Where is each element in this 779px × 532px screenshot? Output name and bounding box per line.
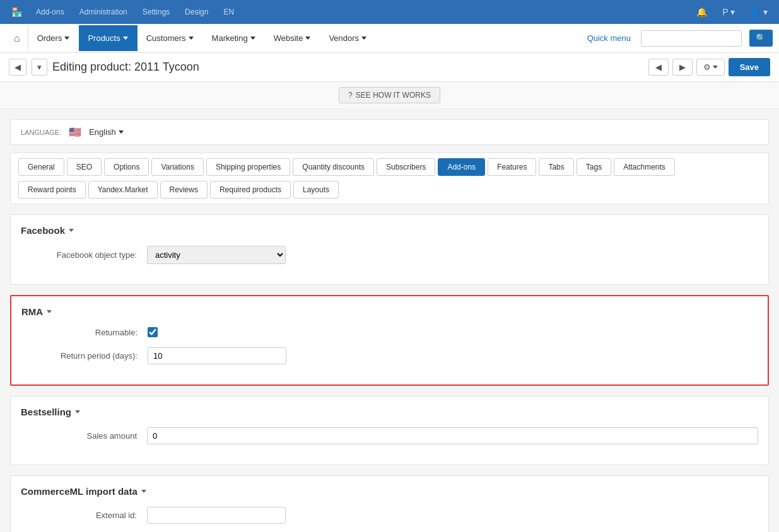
language-label: LANGUAGE: <box>21 129 61 136</box>
returnable-checkbox[interactable] <box>148 327 158 337</box>
settings-menu[interactable]: Settings <box>136 5 176 19</box>
administration-menu[interactable]: Administration <box>73 5 134 19</box>
bestselling-caret-icon <box>75 410 80 413</box>
tab-general[interactable]: General <box>18 158 64 176</box>
returnable-row: Returnable: <box>21 327 758 337</box>
design-menu[interactable]: Design <box>179 5 214 19</box>
orders-menu[interactable]: Orders <box>28 25 79 51</box>
tabs-row: General SEO Options Variations Shipping … <box>18 158 761 181</box>
question-icon: ? <box>348 91 353 100</box>
tab-subscribers[interactable]: Subscribers <box>377 158 435 176</box>
website-menu[interactable]: Website <box>265 25 320 51</box>
facebook-section-title[interactable]: Facebook <box>21 225 758 236</box>
menu-button[interactable]: ▾ <box>32 59 47 76</box>
tab-attachments[interactable]: Attachments <box>614 158 675 176</box>
sales-amount-label: Sales amount <box>21 431 147 441</box>
sales-amount-row: Sales amount <box>21 427 758 444</box>
rma-caret-icon <box>47 310 52 313</box>
marketing-menu[interactable]: Marketing <box>203 25 265 51</box>
bell-icon[interactable]: 🔔 <box>691 4 712 20</box>
tab-tags[interactable]: Tags <box>577 158 611 176</box>
breadcrumb-bar: ◀ ▾ Editing product: 2011 Tycoon ◀ ▶ ⚙ S… <box>0 53 779 82</box>
tab-layouts[interactable]: Layouts <box>293 181 339 199</box>
prev-product-button[interactable]: ◀ <box>648 59 669 76</box>
main-search-button[interactable]: 🔍 <box>749 30 773 47</box>
bestselling-section: Bestselling Sales amount <box>10 396 769 465</box>
store-icon[interactable]: 🏪 <box>6 4 27 20</box>
facebook-section: Facebook Facebook object type: activity … <box>10 214 769 285</box>
products-menu[interactable]: Products <box>79 25 137 51</box>
tabs-row-2: Reward points Yandex.Market Reviews Requ… <box>18 181 761 204</box>
save-button[interactable]: Save <box>729 58 770 76</box>
bestselling-section-title[interactable]: Bestselling <box>21 407 758 417</box>
return-period-row: Return period (days): <box>21 347 758 364</box>
facebook-caret-icon <box>69 229 74 232</box>
how-it-works-button[interactable]: ? SEE HOW IT WORKS <box>339 87 440 103</box>
external-id-row: External id: <box>21 507 758 524</box>
tabs-container: General SEO Options Variations Shipping … <box>10 153 769 204</box>
tab-quantity[interactable]: Quantity discounts <box>293 158 374 176</box>
facebook-object-type-label: Facebook object type: <box>21 250 147 260</box>
tab-tabs[interactable]: Tabs <box>539 158 573 176</box>
tab-variations[interactable]: Variations <box>151 158 203 176</box>
tab-shipping[interactable]: Shipping properties <box>206 158 290 176</box>
facebook-object-type-select[interactable]: activity article book profile website <box>147 246 286 264</box>
vendors-menu[interactable]: Vendors <box>320 25 376 51</box>
back-button[interactable]: ◀ <box>9 59 26 76</box>
tab-options[interactable]: Options <box>104 158 149 176</box>
page-title: Editing product: 2011 Tycoon <box>52 61 643 74</box>
chevron-down-icon <box>119 130 124 134</box>
external-id-input[interactable] <box>147 507 286 524</box>
quick-menu-button[interactable]: Quick menu <box>582 31 636 45</box>
user-menu[interactable]: 👤 ▾ <box>745 4 773 20</box>
top-navigation: 🏪 Add-ons Administration Settings Design… <box>0 0 779 24</box>
tab-reviews[interactable]: Reviews <box>160 181 208 199</box>
p-menu[interactable]: P ▾ <box>717 4 740 20</box>
language-row: LANGUAGE: 🇺🇸 English <box>10 119 769 145</box>
next-product-button[interactable]: ▶ <box>672 59 693 76</box>
main-content: LANGUAGE: 🇺🇸 English General SEO Options… <box>0 109 779 532</box>
main-navigation: ⌂ Orders Products Customers Marketing We… <box>0 24 779 53</box>
external-id-label: External id: <box>21 511 147 520</box>
returnable-label: Returnable: <box>21 328 148 337</box>
tab-addons[interactable]: Add-ons <box>438 158 485 176</box>
tab-features[interactable]: Features <box>488 158 536 176</box>
rma-section-title[interactable]: RMA <box>21 306 758 317</box>
rma-section: RMA Returnable: Return period (days): <box>10 295 769 386</box>
home-button[interactable]: ⌂ <box>6 25 28 52</box>
settings-button[interactable]: ⚙ <box>696 59 725 76</box>
main-search-input[interactable] <box>641 30 742 47</box>
return-period-label: Return period (days): <box>21 351 148 361</box>
addons-menu[interactable]: Add-ons <box>30 5 71 19</box>
return-period-input[interactable] <box>148 347 286 364</box>
sales-amount-input[interactable] <box>147 427 758 444</box>
flag-icon: 🇺🇸 <box>69 126 81 138</box>
commerceml-section-title[interactable]: CommerceML import data <box>21 486 758 497</box>
tab-reward[interactable]: Reward points <box>18 181 86 199</box>
tab-seo[interactable]: SEO <box>67 158 102 176</box>
how-it-works-banner: ? SEE HOW IT WORKS <box>0 82 779 109</box>
commerceml-caret-icon <box>141 490 146 493</box>
language-menu[interactable]: EN <box>217 5 240 19</box>
tab-yandex[interactable]: Yandex.Market <box>88 181 158 199</box>
language-selector[interactable]: English <box>89 127 124 137</box>
customers-menu[interactable]: Customers <box>138 25 203 51</box>
facebook-object-type-row: Facebook object type: activity article b… <box>21 246 758 264</box>
tab-required[interactable]: Required products <box>210 181 291 199</box>
commerceml-section: CommerceML import data External id: Upda… <box>10 475 769 532</box>
